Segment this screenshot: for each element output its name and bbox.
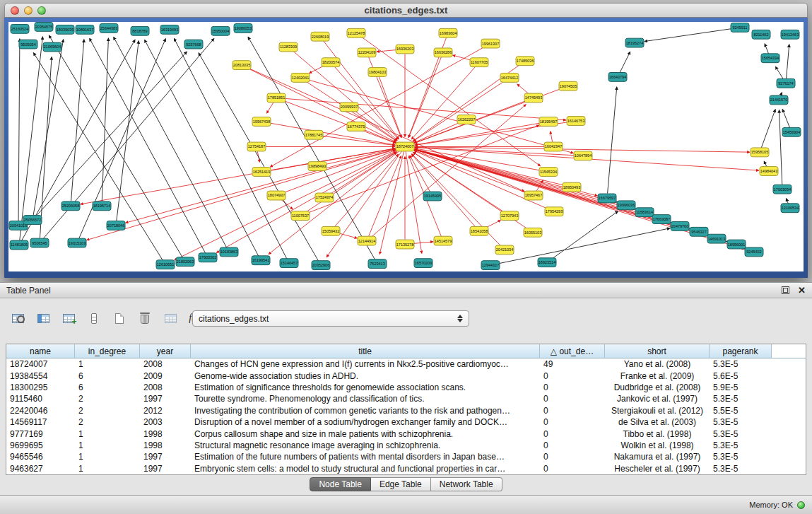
table-cell[interactable]: 1997 bbox=[140, 394, 191, 404]
graph-node[interactable]: 17881745 bbox=[305, 130, 323, 139]
graph-node[interactable]: 16055103 bbox=[524, 228, 542, 237]
table-cell[interactable]: 22420046 bbox=[6, 406, 75, 416]
column-visibility-button[interactable] bbox=[35, 310, 51, 327]
graph-node[interactable]: 7523413 bbox=[368, 259, 387, 269]
table-cell[interactable]: Investigating the contribution of common… bbox=[191, 406, 540, 416]
graph-node[interactable]: 16570209 bbox=[414, 259, 433, 268]
table-cell[interactable]: 5.3E-5 bbox=[710, 429, 772, 439]
table-row[interactable]: 2242004622012Investigating the contribut… bbox=[6, 405, 806, 416]
graph-node[interactable]: 16199541 bbox=[252, 256, 270, 265]
table-cell[interactable]: 5.6E-5 bbox=[710, 371, 772, 381]
graph-node[interactable]: 25056572 bbox=[23, 216, 42, 225]
table-cell[interactable]: Corpus callosum shape and size in male p… bbox=[191, 429, 540, 439]
table-cell[interactable]: 9465546 bbox=[6, 452, 75, 462]
table-cell[interactable]: Genome-wide association studies in ADHD. bbox=[191, 371, 540, 381]
graph-node[interactable]: 17663087 bbox=[652, 215, 671, 224]
citation-edge-red[interactable] bbox=[410, 156, 430, 192]
column-header-5[interactable]: short bbox=[605, 344, 710, 358]
table-cell[interactable]: Jankovic et al. (1997) bbox=[605, 394, 710, 404]
graph-node[interactable]: 25206058 bbox=[61, 201, 80, 211]
graph-node[interactable]: 12944327 bbox=[481, 261, 500, 270]
citation-edge-red[interactable] bbox=[281, 150, 396, 194]
table-cell[interactable]: 18300295 bbox=[6, 382, 75, 392]
graph-node[interactable]: 17903302 bbox=[199, 253, 217, 262]
citation-edge-red[interactable] bbox=[292, 50, 397, 140]
citation-edge-black[interactable] bbox=[787, 45, 789, 78]
citation-edge-black[interactable] bbox=[608, 87, 617, 194]
float-panel-icon[interactable] bbox=[782, 286, 789, 294]
table-source-select[interactable]: citations_edges.txt bbox=[192, 310, 469, 327]
graph-node[interactable]: 11583614 bbox=[635, 208, 654, 217]
table-cell[interactable]: 1 bbox=[75, 452, 140, 462]
graph-node[interactable]: 21441570 bbox=[770, 95, 788, 105]
table-cell[interactable]: Tibbo et al. (1998) bbox=[605, 429, 710, 439]
table-cell[interactable]: Yano et al. (2008) bbox=[605, 359, 710, 369]
table-row[interactable]: 1830029562008Estimation of significance … bbox=[6, 382, 806, 393]
column-header-3[interactable]: title bbox=[191, 344, 540, 358]
citation-edge-black[interactable] bbox=[79, 39, 166, 239]
graph-node[interactable]: 16957467 bbox=[524, 191, 543, 200]
citation-edge-black[interactable] bbox=[761, 109, 775, 147]
table-cell[interactable]: 1 bbox=[75, 440, 140, 450]
graph-node[interactable]: 20718046 bbox=[107, 221, 125, 230]
table-cell[interactable]: 5.3E-5 bbox=[710, 464, 772, 474]
graph-node[interactable]: 9506545 bbox=[30, 238, 49, 247]
table-cell[interactable]: 1 bbox=[75, 464, 140, 474]
tab-edge-table[interactable]: Edge Table bbox=[371, 477, 431, 491]
column-header-6[interactable]: pagerank bbox=[710, 344, 772, 358]
table-cell[interactable]: 5.5E-5 bbox=[710, 406, 772, 416]
graph-node[interactable]: 16319493 bbox=[160, 25, 179, 34]
graph-node[interactable]: 20352906 bbox=[312, 261, 330, 270]
citation-edge-black[interactable] bbox=[495, 228, 670, 264]
graph-node[interactable]: 18195714 bbox=[93, 201, 111, 211]
graph-node[interactable]: 11283309 bbox=[279, 42, 298, 52]
graph-node[interactable]: 8211462 bbox=[752, 30, 770, 39]
graph-node[interactable]: 21802063 bbox=[176, 257, 194, 267]
new-table-button[interactable] bbox=[112, 310, 127, 327]
table-row[interactable]: 911546021997Tourette syndrome. Phenomeno… bbox=[6, 393, 806, 404]
graph-node[interactable]: 16774375 bbox=[347, 122, 365, 131]
graph-node[interactable]: 16936203 bbox=[396, 45, 414, 54]
graph-node[interactable]: 20421034 bbox=[495, 245, 514, 255]
zoom-window-icon[interactable] bbox=[37, 6, 46, 15]
graph-node[interactable]: 14984043 bbox=[760, 167, 778, 176]
citation-edge-black[interactable] bbox=[781, 93, 782, 96]
graph-node[interactable]: 12707943 bbox=[500, 211, 519, 221]
graph-node[interactable]: 17485036 bbox=[516, 57, 534, 66]
graph-node[interactable]: 20354575 bbox=[35, 22, 53, 31]
citation-edge-black[interactable] bbox=[33, 39, 64, 215]
citation-edge-red[interactable] bbox=[269, 150, 401, 255]
graph-node[interactable]: 21069604 bbox=[43, 42, 61, 52]
table-cell[interactable]: 9463627 bbox=[6, 464, 75, 474]
table-cell[interactable]: 2008 bbox=[140, 359, 191, 369]
table-cell[interactable]: 1 bbox=[75, 429, 140, 439]
graph-node[interactable]: 25160524 bbox=[11, 24, 29, 33]
citation-edge-black[interactable] bbox=[775, 66, 783, 79]
table-cell[interactable]: Wolkin et al. (1998) bbox=[605, 440, 710, 450]
table-cell[interactable]: Estimation of significance thresholds fo… bbox=[191, 382, 540, 392]
table-cell[interactable]: 6 bbox=[75, 371, 140, 381]
table-cell[interactable]: 0 bbox=[540, 429, 605, 439]
citation-edge-black[interactable] bbox=[765, 44, 769, 54]
graph-node[interactable]: 12125478 bbox=[347, 28, 365, 37]
citation-edge-red[interactable] bbox=[81, 148, 400, 204]
citation-edge-black[interactable] bbox=[114, 37, 227, 247]
column-header-2[interactable]: year bbox=[140, 344, 191, 358]
graph-node[interactable]: 19996036 bbox=[617, 201, 635, 210]
citation-edge-red[interactable] bbox=[270, 46, 486, 167]
table-cell[interactable]: 49 bbox=[540, 359, 605, 369]
graph-node[interactable]: 18923514 bbox=[538, 258, 556, 267]
graph-node[interactable]: 11007537 bbox=[291, 211, 310, 221]
graph-node[interactable]: 15456904 bbox=[782, 127, 801, 136]
create-column-button[interactable] bbox=[61, 310, 76, 327]
graph-node[interactable]: 11607705 bbox=[470, 58, 488, 67]
citation-edge-red[interactable] bbox=[246, 67, 524, 192]
graph-node[interactable]: 17003034 bbox=[773, 185, 792, 194]
graph-node[interactable]: 17954293 bbox=[545, 207, 563, 216]
close-window-icon[interactable] bbox=[11, 6, 19, 15]
citation-edge-black[interactable] bbox=[199, 53, 319, 262]
graph-node[interactable]: 12144914 bbox=[358, 236, 376, 245]
graph-node[interactable]: 19961307 bbox=[481, 39, 500, 48]
table-cell[interactable]: 1 bbox=[75, 359, 140, 369]
network-graph[interactable]: 2516052420354575180390359505054210696041… bbox=[8, 22, 804, 271]
